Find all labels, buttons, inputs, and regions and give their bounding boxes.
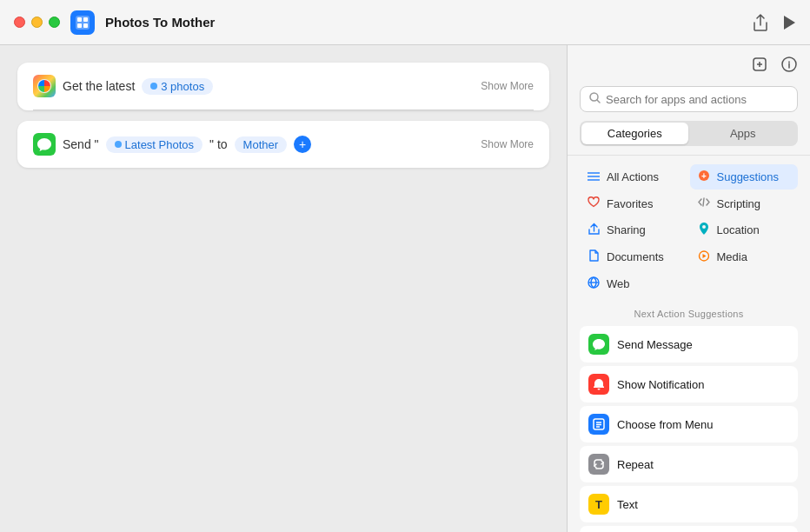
minimize-button[interactable] <box>31 17 43 28</box>
title-bar: Photos To Mother <box>0 0 810 45</box>
svg-marker-5 <box>784 16 795 30</box>
media-icon <box>697 249 711 264</box>
suggestion-show-notification[interactable]: Show Notification <box>580 366 798 402</box>
svg-rect-3 <box>77 23 82 28</box>
share-button[interactable] <box>753 14 768 31</box>
category-sharing[interactable]: Sharing <box>580 217 688 243</box>
web-label: Web <box>607 277 630 290</box>
documents-icon <box>587 249 601 264</box>
send-message-card: Send " Latest Photos " to Mother + Show … <box>17 121 549 168</box>
photos-count-token[interactable]: 3 photos <box>142 78 213 95</box>
suggestion-send-message[interactable]: Send Message <box>580 326 798 362</box>
search-bar[interactable] <box>580 86 798 112</box>
token-dot <box>150 83 157 90</box>
category-scripting[interactable]: Scripting <box>690 191 799 216</box>
traffic-lights <box>14 17 60 28</box>
search-input[interactable] <box>606 93 788 106</box>
app-icon <box>70 10 95 35</box>
run-button[interactable] <box>782 15 796 30</box>
show-more-get-latest[interactable]: Show More <box>481 80 534 92</box>
favorites-label: Favorites <box>607 197 653 210</box>
favorites-icon <box>587 196 601 210</box>
category-location[interactable]: Location <box>690 217 799 243</box>
send-text-before: Send " <box>63 137 99 151</box>
card-divider <box>33 110 534 110</box>
categories-toggle[interactable]: Categories <box>581 123 688 144</box>
send-text-to: " to <box>209 137 228 151</box>
workflow-panel: Get the latest 3 photos Show More <box>0 45 567 532</box>
category-favorites[interactable]: Favorites <box>580 191 688 216</box>
info-button[interactable] <box>780 56 798 77</box>
media-label: Media <box>717 250 747 263</box>
latest-photos-token[interactable]: Latest Photos <box>106 136 203 153</box>
add-recipient-button[interactable]: + <box>294 136 311 153</box>
category-documents[interactable]: Documents <box>580 244 688 269</box>
choose-from-menu-icon <box>588 414 609 435</box>
toggle-group: Categories Apps <box>580 121 798 146</box>
categories-grid: All Actions + Suggestions <box>580 164 798 296</box>
documents-label: Documents <box>607 250 664 263</box>
sharing-label: Sharing <box>607 223 646 236</box>
get-latest-content: Get the latest 3 photos <box>33 75 213 97</box>
get-latest-card: Get the latest 3 photos Show More <box>17 63 549 110</box>
svg-rect-4 <box>83 23 88 28</box>
sidebar-body: All Actions + Suggestions <box>568 156 810 532</box>
svg-text:+: + <box>701 171 707 181</box>
location-icon <box>697 223 711 237</box>
window-title: Photos To Mother <box>105 15 742 30</box>
close-button[interactable] <box>14 17 25 28</box>
suggestion-repeat[interactable]: Repeat <box>580 446 798 482</box>
photos-app-icon <box>33 75 56 97</box>
messages-app-icon <box>33 133 56 156</box>
title-actions <box>753 14 796 31</box>
location-label: Location <box>717 223 760 236</box>
right-sidebar: Categories Apps All Actions <box>567 45 810 532</box>
category-web[interactable]: Web <box>580 271 688 296</box>
choose-from-menu-label: Choose from Menu <box>617 418 714 431</box>
category-all-actions[interactable]: All Actions <box>580 164 688 190</box>
contact-token[interactable]: Mother <box>235 136 287 153</box>
suggestions-icon: + <box>697 170 711 184</box>
repeat-icon <box>588 454 609 475</box>
svg-rect-2 <box>83 17 88 22</box>
send-message-suggestion-icon <box>588 334 609 355</box>
scripting-label: Scripting <box>717 197 761 210</box>
show-notification-label: Show Notification <box>617 378 704 391</box>
repeat-label: Repeat <box>617 458 654 471</box>
all-actions-label: All Actions <box>607 170 659 183</box>
show-notification-icon <box>588 374 609 395</box>
scripting-icon <box>697 196 711 210</box>
suggestions-section-label: Next Action Suggestions <box>580 309 798 319</box>
svg-rect-1 <box>77 17 82 22</box>
suggestion-nothing[interactable]: Nothing <box>580 526 798 532</box>
category-suggestions[interactable]: + Suggestions <box>690 164 799 190</box>
sidebar-header: Categories Apps <box>568 45 810 156</box>
sidebar-top-icons <box>580 56 798 77</box>
apps-toggle[interactable]: Apps <box>690 123 797 144</box>
web-icon <box>587 276 601 291</box>
text-icon: T <box>588 494 609 515</box>
show-more-send[interactable]: Show More <box>481 138 534 150</box>
main-content: Get the latest 3 photos Show More <box>0 45 810 532</box>
sharing-icon <box>587 223 601 237</box>
get-latest-text: Get the latest <box>63 79 135 93</box>
suggestions-section: Next Action Suggestions Send Message <box>580 309 798 532</box>
send-message-inner: Send " Latest Photos " to Mother + Show … <box>17 121 549 168</box>
category-media[interactable]: Media <box>690 244 799 269</box>
send-message-content: Send " Latest Photos " to Mother + <box>33 133 311 156</box>
search-icon <box>589 92 601 106</box>
suggestions-label: Suggestions <box>717 170 780 183</box>
token-dot2 <box>115 141 122 148</box>
suggestion-choose-from-menu[interactable]: Choose from Menu <box>580 406 798 442</box>
get-latest-inner: Get the latest 3 photos Show More <box>17 63 549 110</box>
text-label: Text <box>617 498 638 511</box>
suggestion-text[interactable]: T Text <box>580 486 798 522</box>
all-actions-icon <box>587 170 601 184</box>
send-message-suggestion-label: Send Message <box>617 338 693 351</box>
add-to-shortcuts-button[interactable] <box>751 56 768 77</box>
maximize-button[interactable] <box>49 17 60 28</box>
